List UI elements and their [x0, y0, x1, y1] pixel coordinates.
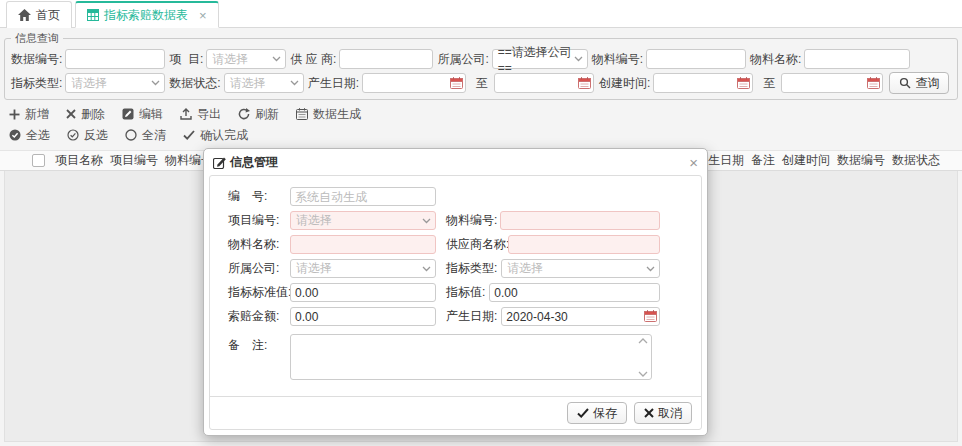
project-no-select[interactable]: 请选择 [290, 211, 436, 230]
refresh-icon [238, 108, 250, 120]
column-header[interactable]: 备注 [751, 152, 775, 169]
add-button-label: 新增 [25, 106, 49, 123]
clear-selection-label: 全清 [142, 127, 166, 144]
invert-selection-button[interactable]: 反选 [67, 127, 108, 144]
material-no-label: 物料编号: [446, 212, 496, 229]
refresh-button[interactable]: 刷新 [238, 106, 279, 123]
search-icon [899, 77, 911, 89]
clear-selection-button[interactable]: 全清 [125, 127, 166, 144]
column-header[interactable]: 项目名称 [55, 152, 103, 169]
create-time-to-input[interactable] [781, 73, 883, 93]
indicator-value-label: 指标值: [446, 284, 485, 301]
tab-home-label: 首页 [36, 7, 60, 24]
to-label-1: 至 [476, 75, 488, 92]
indicator-type-select[interactable]: 请选择 [65, 73, 165, 93]
home-icon [18, 9, 31, 21]
tab-current-label: 指标索赔数据表 [104, 7, 188, 24]
column-header[interactable]: 数据状态 [892, 152, 940, 169]
check-circle-outline-icon [67, 129, 79, 141]
create-time-label: 创建时间: [599, 75, 650, 92]
tab-home[interactable]: 首页 [6, 1, 72, 28]
dialog-title: 信息管理 [230, 154, 278, 171]
cancel-button-label: 取消 [658, 405, 682, 422]
column-header[interactable]: 创建时间 [782, 152, 830, 169]
supplier-name-input[interactable] [508, 235, 660, 254]
project-no-select-value: 请选择 [296, 212, 332, 229]
calendar-icon[interactable] [867, 77, 880, 89]
query-panel: 信息查询 数据编号: 项 目: 请选择 供 应 商: 所属公司: ==请选择公司… [4, 31, 958, 100]
select-all-checkbox[interactable] [32, 154, 45, 167]
create-time-from-input[interactable] [653, 73, 753, 93]
material-no-input[interactable] [500, 211, 660, 230]
dialog-close-icon[interactable]: × [689, 155, 698, 170]
indicator-value-input[interactable] [489, 283, 660, 302]
chevron-down-icon[interactable] [638, 371, 648, 377]
tab-indicator-claim-data[interactable]: 指标索赔数据表 × [75, 1, 219, 28]
calendar-icon[interactable] [737, 77, 750, 89]
chevron-down-icon [422, 218, 431, 224]
company-select[interactable]: ==请选择公司== [492, 49, 588, 69]
data-status-select-value: 请选择 [230, 75, 266, 92]
company-select[interactable]: 请选择 [290, 259, 436, 278]
column-header[interactable]: 数据编号 [837, 152, 885, 169]
chevron-down-icon [272, 56, 281, 62]
standard-value-label: 指标标准值: [228, 284, 290, 301]
generate-data-button[interactable]: 数据生成 [296, 106, 361, 123]
save-button-label: 保存 [593, 405, 617, 422]
export-button[interactable]: 导出 [180, 106, 221, 123]
project-select[interactable]: 请选择 [206, 49, 286, 69]
calendar-icon[interactable] [578, 77, 591, 89]
select-all-label: 全选 [26, 127, 50, 144]
produce-date-from-input[interactable] [362, 73, 466, 93]
add-button[interactable]: 新增 [9, 106, 49, 123]
edit-square-icon [213, 156, 227, 169]
claim-amount-input[interactable] [290, 307, 436, 326]
search-button-label: 查询 [915, 75, 939, 92]
export-button-label: 导出 [197, 106, 221, 123]
plus-icon [9, 109, 20, 120]
column-header[interactable]: 项目编号 [110, 152, 158, 169]
indicator-type-select[interactable]: 请选择 [501, 259, 660, 278]
standard-value-input[interactable] [290, 283, 436, 302]
query-row-2: 指标类型: 请选择 数据状态: 请选择 产生日期: [9, 71, 953, 95]
remark-label: 备 注: [228, 334, 290, 383]
remark-textarea[interactable] [290, 334, 652, 380]
material-name-input[interactable] [804, 49, 910, 69]
upload-icon [180, 108, 192, 120]
circle-outline-icon [125, 129, 137, 141]
data-status-select[interactable]: 请选择 [224, 73, 304, 93]
delete-button[interactable]: 删除 [66, 106, 105, 123]
produce-date-to-input[interactable] [494, 73, 594, 93]
confirm-complete-button[interactable]: 确认完成 [183, 127, 248, 144]
save-button[interactable]: 保存 [567, 402, 627, 424]
textarea-scroll-arrows [638, 338, 648, 377]
produce-date-input[interactable] [501, 307, 660, 326]
project-select-value: 请选择 [212, 51, 248, 68]
select-all-button[interactable]: 全选 [9, 127, 50, 144]
supplier-label: 供 应 商: [290, 51, 336, 68]
refresh-button-label: 刷新 [255, 106, 279, 123]
confirm-complete-label: 确认完成 [200, 127, 248, 144]
chevron-down-icon [574, 56, 583, 62]
calendar-icon [296, 108, 308, 120]
indicator-type-select-value: 请选择 [507, 260, 543, 277]
company-label: 所属公司: [437, 51, 488, 68]
project-no-label: 项目编号: [228, 212, 290, 229]
data-no-input[interactable] [65, 49, 165, 69]
edit-button[interactable]: 编辑 [122, 106, 163, 123]
dialog-header[interactable]: 信息管理 × [204, 149, 707, 175]
calendar-icon[interactable] [450, 77, 463, 89]
cancel-button[interactable]: 取消 [634, 402, 692, 424]
supplier-input[interactable] [339, 49, 433, 69]
tab-close-icon[interactable]: × [199, 9, 207, 22]
toolbar-main: 新增 删除 编辑 导出 刷新 数据生成 [9, 106, 962, 122]
calendar-icon[interactable] [644, 310, 657, 322]
dialog-panel: 编 号: 项目编号: 请选择 物料编号: [209, 175, 702, 430]
search-button[interactable]: 查询 [889, 72, 949, 94]
data-no-label: 数据编号: [11, 51, 62, 68]
no-input[interactable] [290, 187, 436, 206]
chevron-up-icon[interactable] [638, 338, 648, 344]
invert-selection-label: 反选 [84, 127, 108, 144]
material-name-input[interactable] [290, 235, 436, 254]
material-no-input[interactable] [646, 49, 746, 69]
